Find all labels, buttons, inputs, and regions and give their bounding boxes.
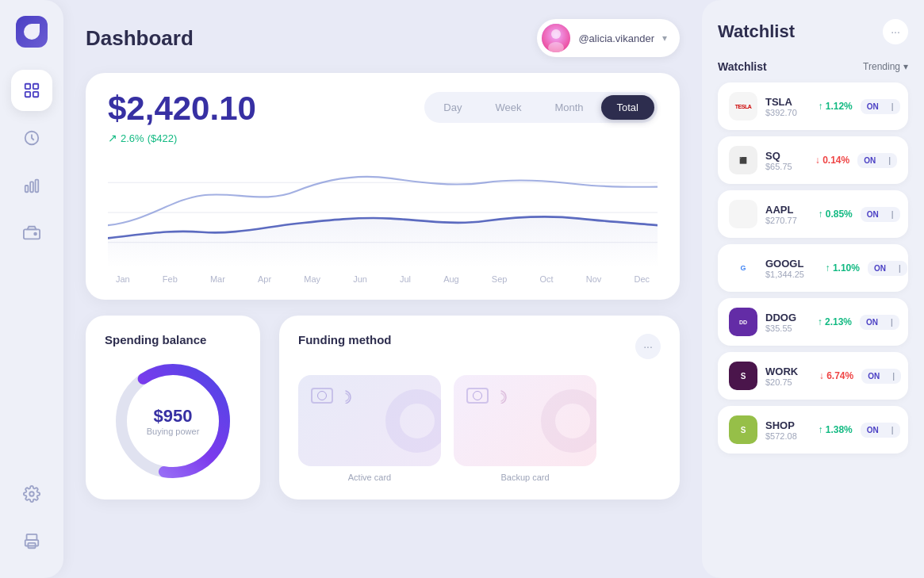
sidebar-item-settings[interactable]	[11, 473, 52, 515]
page-title: Dashboard	[86, 26, 194, 51]
shop-price: $572.08	[765, 431, 797, 441]
card-watermark	[385, 389, 441, 453]
aapl-toggle[interactable]: ON |	[861, 207, 900, 222]
sq-info: SQ $65.75	[765, 150, 794, 171]
googl-logo: G	[729, 254, 757, 282]
googl-ticker: GOOGL	[765, 258, 804, 270]
label-jul: Jul	[400, 274, 411, 284]
shop-toggle-off[interactable]: |	[885, 423, 900, 438]
sidebar-item-gauge[interactable]	[11, 117, 52, 159]
stock-item-ddog[interactable]: DD DDOG $35.55 ↑ 2.13% ON |	[718, 298, 908, 346]
funding-method: Funding method ···	[279, 316, 680, 500]
stock-item-aapl[interactable]: AAPL $270.77 ↑ 0.85% ON |	[718, 190, 908, 238]
cards-container: Active card Backup card	[298, 375, 661, 482]
tsla-toggle[interactable]: ON |	[861, 99, 900, 114]
watchlist-panel: Watchlist ··· Watchlist Trending ▾ TESLA…	[702, 0, 924, 578]
ddog-toggle-on[interactable]: ON	[860, 315, 884, 330]
logo-icon[interactable]	[16, 16, 48, 48]
active-card-wrap: Active card	[298, 375, 441, 482]
aapl-price: $270.77	[765, 216, 797, 225]
tsla-toggle-on[interactable]: ON	[861, 99, 885, 114]
work-toggle-on[interactable]: ON	[861, 369, 886, 384]
shop-toggle-on[interactable]: ON	[861, 423, 885, 438]
sidebar-item-wallet[interactable]	[11, 212, 52, 254]
chip-icon	[311, 388, 333, 404]
work-logo: S	[729, 362, 757, 390]
svg-rect-2	[25, 92, 30, 97]
sidebar-item-chart[interactable]	[11, 70, 52, 111]
sq-toggle-off[interactable]: |	[882, 153, 897, 168]
donut-center: $950 Buying power	[147, 406, 200, 436]
ddog-toggle-off[interactable]: |	[884, 315, 899, 330]
googl-toggle[interactable]: ON |	[868, 261, 907, 276]
chart-summary: $2,420.10 ↗ 2.6% ($422)	[108, 92, 256, 144]
watchlist-subheader: Watchlist Trending ▾	[718, 60, 908, 73]
chart-labels: Jan Feb Mar Apr May Jun Jul Aug Sep Oct …	[108, 274, 658, 284]
stock-item-googl[interactable]: G GOOGL $1,344.25 ↑ 1.10% ON |	[718, 244, 908, 292]
stock-item-tsla[interactable]: TESLA TSLA $392.70 ↑ 1.12% ON |	[718, 82, 908, 130]
label-oct: Oct	[540, 274, 554, 284]
watchlist-more-button[interactable]: ···	[883, 19, 908, 44]
googl-change: ↑ 1.10%	[812, 262, 860, 274]
label-feb: Feb	[163, 274, 178, 284]
work-info: WORK $20.75	[765, 366, 798, 387]
filter-week[interactable]: Week	[479, 95, 537, 120]
svg-rect-5	[25, 186, 29, 192]
aapl-toggle-on[interactable]: ON	[861, 207, 885, 222]
user-badge[interactable]: @alicia.vikander ▾	[537, 19, 680, 57]
change-pct: 2.6%	[121, 132, 144, 144]
svg-rect-1	[33, 84, 38, 89]
svg-rect-10	[27, 534, 37, 540]
ddog-change: ↑ 2.13%	[804, 316, 852, 327]
stock-item-work[interactable]: S WORK $20.75 ↓ 6.74% ON |	[718, 352, 908, 400]
aapl-toggle-off[interactable]: |	[885, 207, 900, 222]
trending-filter[interactable]: Trending ▾	[863, 61, 908, 72]
sidebar-item-bars[interactable]	[11, 165, 52, 206]
aapl-change: ↑ 0.85%	[805, 209, 853, 220]
stock-item-shop[interactable]: S SHOP $572.08 ↑ 1.38% ON |	[718, 406, 908, 454]
googl-toggle-off[interactable]: |	[892, 261, 907, 276]
chart-change: ↗ 2.6% ($422)	[108, 132, 256, 144]
work-toggle[interactable]: ON |	[861, 369, 901, 384]
chart-header: $2,420.10 ↗ 2.6% ($422) Day Week Month T…	[108, 92, 658, 144]
svg-rect-6	[30, 182, 33, 192]
filter-day[interactable]: Day	[427, 95, 477, 120]
donut-container: $950 Buying power	[105, 359, 241, 482]
filter-month[interactable]: Month	[539, 95, 599, 120]
watchlist-title: Watchlist	[718, 21, 795, 42]
aapl-ticker: AAPL	[765, 204, 797, 216]
stock-item-sq[interactable]: ⬛ SQ $65.75 ↓ 0.14% ON |	[718, 136, 908, 184]
header: Dashboard @alicia.vikander ▾	[86, 19, 680, 57]
svg-rect-0	[25, 84, 30, 89]
chart-canvas	[108, 157, 658, 268]
contactless-icon-backup	[493, 388, 509, 404]
active-card[interactable]	[298, 375, 441, 466]
shop-info: SHOP $572.08	[765, 419, 797, 441]
googl-toggle-on[interactable]: ON	[868, 261, 892, 276]
work-toggle-off[interactable]: |	[886, 369, 901, 384]
tsla-change: ↑ 1.12%	[805, 101, 853, 112]
contactless-icon	[338, 388, 354, 404]
shop-toggle[interactable]: ON |	[861, 423, 900, 438]
sq-change: ↓ 0.14%	[802, 155, 849, 166]
funding-header: Funding method ···	[298, 333, 661, 359]
chart-amount: $2,420.10	[108, 92, 256, 125]
ddog-price: $35.55	[765, 323, 796, 333]
shop-ticker: SHOP	[765, 419, 797, 431]
ddog-toggle[interactable]: ON |	[860, 315, 899, 330]
bottom-section: Spending balance	[86, 316, 680, 500]
sidebar-item-print[interactable]	[11, 521, 52, 562]
avatar	[542, 24, 570, 52]
filter-total[interactable]: Total	[601, 95, 654, 120]
work-change: ↓ 6.74%	[806, 370, 853, 381]
sq-toggle[interactable]: ON |	[857, 153, 897, 168]
ddog-logo: DD	[729, 308, 757, 336]
tsla-toggle-off[interactable]: |	[885, 99, 900, 114]
sq-toggle-on[interactable]: ON	[857, 153, 882, 168]
funding-more-button[interactable]: ···	[635, 334, 661, 359]
backup-card[interactable]	[454, 375, 596, 466]
work-price: $20.75	[765, 377, 798, 387]
svg-point-8	[34, 233, 36, 235]
googl-price: $1,344.25	[765, 270, 804, 279]
trend-up-icon: ↗	[108, 132, 117, 144]
